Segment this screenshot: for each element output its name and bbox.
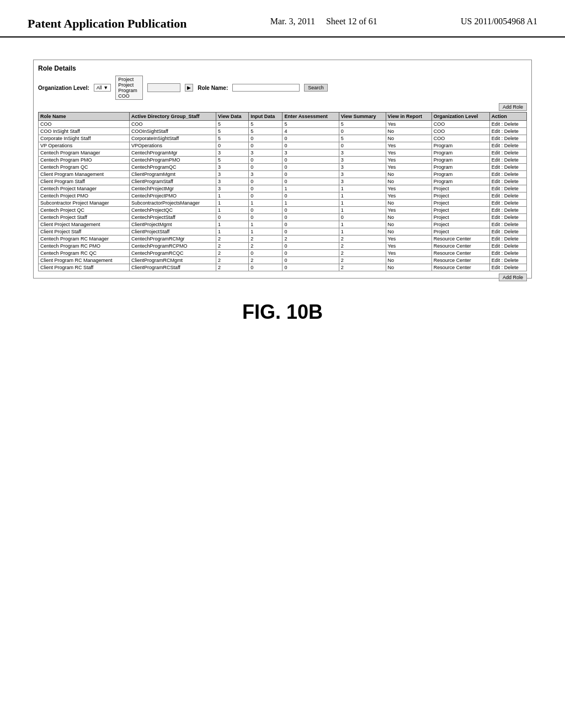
edit-link[interactable]: Edit <box>492 215 500 220</box>
edit-link[interactable]: Edit <box>492 121 500 127</box>
edit-link[interactable]: Edit <box>492 243 500 249</box>
cell-view-data: 5 <box>216 157 249 164</box>
cell-view-in-report: No <box>386 214 431 221</box>
cell-action[interactable]: Edit : Delete <box>489 128 526 135</box>
cell-action[interactable]: Edit : Delete <box>489 200 526 207</box>
delete-link[interactable]: Delete <box>504 229 519 234</box>
cell-action[interactable]: Edit : Delete <box>489 235 526 243</box>
delete-link[interactable]: Delete <box>504 143 519 148</box>
cell-view-in-report: Yes <box>386 142 431 149</box>
cell-enter-assessment: 0 <box>282 207 339 214</box>
delete-link[interactable]: Delete <box>504 200 519 206</box>
delete-link[interactable]: Delete <box>504 207 519 213</box>
edit-link[interactable]: Edit <box>492 157 500 163</box>
cell-ad-group: VPOperations <box>129 142 216 149</box>
delete-link[interactable]: Delete <box>504 164 519 170</box>
role-details-panel: Role Details Organization Level: All ▼ P… <box>33 60 532 279</box>
delete-link[interactable]: Delete <box>504 179 519 184</box>
cell-view-in-report: Yes <box>386 121 431 128</box>
cell-action[interactable]: Edit : Delete <box>489 164 526 171</box>
cell-view-summary: 0 <box>339 214 386 221</box>
delete-link[interactable]: Delete <box>504 215 519 220</box>
edit-link[interactable]: Edit <box>492 258 500 263</box>
edit-link[interactable]: Edit <box>492 179 500 184</box>
cell-org-level: Program <box>431 149 489 157</box>
edit-link[interactable]: Edit <box>492 200 500 206</box>
project-dropdown[interactable]: ProjectProjectProgramCOO <box>115 76 143 100</box>
cell-view-in-report: No <box>386 221 431 228</box>
delete-link[interactable]: Delete <box>504 186 519 191</box>
add-role-button-bottom[interactable]: Add Role <box>499 274 527 281</box>
cell-action[interactable]: Edit : Delete <box>489 228 526 235</box>
cell-action[interactable]: Edit : Delete <box>489 149 526 157</box>
delete-link[interactable]: Delete <box>504 157 519 163</box>
delete-link[interactable]: Delete <box>504 121 519 127</box>
edit-link[interactable]: Edit <box>492 136 500 141</box>
cell-action[interactable]: Edit : Delete <box>489 142 526 149</box>
col-view-in-report: View in Report <box>386 113 431 121</box>
edit-link[interactable]: Edit <box>492 164 500 170</box>
cell-action[interactable]: Edit : Delete <box>489 171 526 178</box>
cell-view-summary: 2 <box>339 264 386 271</box>
table-row: Centech Program ManagerCentechProgramMgr… <box>39 149 527 157</box>
delete-link[interactable]: Delete <box>504 250 519 256</box>
cell-enter-assessment: 0 <box>282 214 339 221</box>
cell-view-in-report: Yes <box>386 235 431 243</box>
cell-role-name: Centech Program Manager <box>39 149 130 157</box>
cell-action[interactable]: Edit : Delete <box>489 243 526 250</box>
cell-action[interactable]: Edit : Delete <box>489 264 526 271</box>
delete-link[interactable]: Delete <box>504 265 519 270</box>
cell-action[interactable]: Edit : Delete <box>489 257 526 264</box>
edit-link[interactable]: Edit <box>492 207 500 213</box>
cell-input-data: 3 <box>249 149 282 157</box>
cell-org-level: Program <box>431 178 489 185</box>
delete-link[interactable]: Delete <box>504 243 519 249</box>
cell-input-data: 0 <box>249 135 282 142</box>
cell-action[interactable]: Edit : Delete <box>489 157 526 164</box>
delete-link[interactable]: Delete <box>504 150 519 156</box>
edit-link[interactable]: Edit <box>492 143 500 148</box>
cell-ad-group: ClientProjectMgmt <box>129 221 216 228</box>
search-arrow-icon[interactable]: ▶ <box>185 84 193 92</box>
delete-link[interactable]: Delete <box>504 236 519 242</box>
edit-link[interactable]: Edit <box>492 172 500 177</box>
cell-org-level: Project <box>431 200 489 207</box>
role-name-input[interactable] <box>232 84 300 92</box>
cell-org-level: Project <box>431 207 489 214</box>
cell-action[interactable]: Edit : Delete <box>489 185 526 192</box>
delete-link[interactable]: Delete <box>504 193 519 199</box>
cell-view-summary: 2 <box>339 235 386 243</box>
edit-link[interactable]: Edit <box>492 150 500 156</box>
edit-link[interactable]: Edit <box>492 222 500 227</box>
search-button[interactable]: Search <box>304 84 328 92</box>
cell-action[interactable]: Edit : Delete <box>489 121 526 128</box>
cell-action[interactable]: Edit : Delete <box>489 178 526 185</box>
cell-view-data: 2 <box>216 257 249 264</box>
delete-link[interactable]: Delete <box>504 136 519 141</box>
cell-view-data: 3 <box>216 178 249 185</box>
add-role-button-top[interactable]: Add Role <box>499 103 527 111</box>
cell-action[interactable]: Edit : Delete <box>489 214 526 221</box>
edit-link[interactable]: Edit <box>492 265 500 270</box>
cell-role-name: Subcontractor Project Manager <box>39 200 130 207</box>
edit-link[interactable]: Edit <box>492 186 500 191</box>
delete-link[interactable]: Delete <box>504 172 519 177</box>
edit-link[interactable]: Edit <box>492 193 500 199</box>
edit-link[interactable]: Edit <box>492 250 500 256</box>
cell-role-name: Centech Project PMO <box>39 192 130 200</box>
org-level-select[interactable]: All ▼ <box>94 84 111 92</box>
cell-input-data: 2 <box>249 235 282 243</box>
delete-link[interactable]: Delete <box>504 222 519 227</box>
cell-action[interactable]: Edit : Delete <box>489 135 526 142</box>
edit-link[interactable]: Edit <box>492 129 500 134</box>
table-row: Centech Program RC ManagerCentechProgram… <box>39 235 527 243</box>
cell-action[interactable]: Edit : Delete <box>489 207 526 214</box>
cell-action[interactable]: Edit : Delete <box>489 192 526 200</box>
panel-title: Role Details <box>38 65 527 72</box>
cell-action[interactable]: Edit : Delete <box>489 250 526 257</box>
delete-link[interactable]: Delete <box>504 258 519 263</box>
edit-link[interactable]: Edit <box>492 236 500 242</box>
delete-link[interactable]: Delete <box>504 129 519 134</box>
cell-action[interactable]: Edit : Delete <box>489 221 526 228</box>
edit-link[interactable]: Edit <box>492 229 500 234</box>
